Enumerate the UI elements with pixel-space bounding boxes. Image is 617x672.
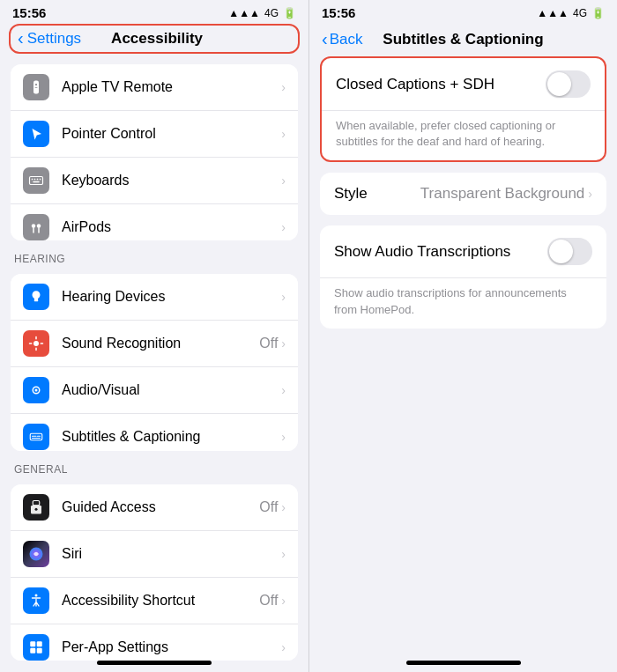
list-item[interactable]: Per-App Settings › [11, 624, 298, 661]
left-status-bar: 15:56 ▲▲▲ 4G 🔋 [0, 0, 308, 24]
sound-recognition-label: Sound Recognition [62, 336, 259, 351]
svg-point-13 [33, 341, 39, 346]
svg-point-22 [35, 508, 38, 511]
audio-visual-label: Audio/Visual [62, 382, 281, 398]
audio-visual-icon [23, 377, 49, 403]
svg-rect-8 [33, 181, 40, 183]
per-app-settings-icon [23, 634, 49, 661]
chevron-icon: › [281, 220, 286, 234]
show-audio-desc: Show audio transcriptions for announceme… [320, 278, 606, 328]
chevron-icon: › [281, 290, 286, 304]
toggle-thumb [549, 240, 573, 263]
show-audio-label: Show Audio Transcriptions [334, 243, 547, 261]
style-label: Style [334, 185, 368, 203]
hearing-devices-icon [23, 284, 49, 310]
left-back-chevron: ‹ [18, 28, 24, 48]
airpods-label: AirPods [62, 219, 281, 235]
guided-access-icon [23, 494, 49, 521]
right-nav-title: Subtitles & Captioning [383, 31, 543, 48]
svg-rect-7 [40, 179, 41, 181]
chevron-icon: › [588, 187, 592, 201]
keyboards-label: Keyboards [62, 173, 281, 188]
right-nav-header: ‹ Back Subtitles & Captioning [309, 24, 617, 56]
accessibility-shortcut-icon [23, 587, 49, 614]
style-value: Transparent Background [368, 185, 585, 203]
per-app-settings-label: Per-App Settings [62, 639, 281, 655]
hearing-section-header: HEARING [0, 240, 308, 269]
svg-rect-25 [30, 641, 35, 646]
apple-tv-remote-label: Apple TV Remote [62, 79, 281, 95]
network-label: 4G [264, 7, 279, 19]
svg-point-1 [35, 84, 37, 85]
right-panel: 15:56 ▲▲▲ 4G 🔋 ‹ Back Subtitles & Captio… [308, 0, 617, 672]
right-time: 15:56 [322, 5, 355, 20]
hearing-devices-label: Hearing Devices [62, 289, 281, 305]
apple-tv-remote-icon [23, 74, 49, 100]
transcription-card: Show Audio Transcriptions Show audio tra… [320, 225, 606, 328]
svg-rect-3 [30, 177, 43, 185]
list-item[interactable]: Keyboards › [11, 158, 298, 204]
list-item[interactable]: AirPods › [11, 204, 298, 240]
right-back-label: Back [330, 31, 363, 48]
list-item[interactable]: Accessibility Shortcut Off › [11, 578, 298, 624]
accessibility-shortcut-value: Off [259, 593, 278, 609]
right-signal-icon: ▲▲▲ [537, 7, 569, 19]
right-home-indicator [406, 661, 521, 665]
show-audio-toggle[interactable] [547, 238, 592, 265]
chevron-icon: › [281, 547, 286, 561]
right-battery-icon: 🔋 [591, 7, 605, 19]
accessibility-shortcut-label: Accessibility Shortcut [62, 593, 259, 609]
right-status-icons: ▲▲▲ 4G 🔋 [537, 7, 605, 19]
list-item[interactable]: Audio/Visual › [11, 367, 298, 414]
list-item[interactable]: Sound Recognition Off › [11, 321, 298, 367]
list-item[interactable]: Apple TV Remote › [11, 64, 298, 111]
list-item[interactable]: Pointer Control › [11, 111, 298, 158]
chevron-icon: › [281, 336, 286, 351]
right-network-label: 4G [573, 7, 587, 19]
hearing-section: Hearing Devices › Sound Recognition Off … [11, 274, 298, 450]
left-time: 15:56 [12, 5, 46, 20]
guided-access-label: Guided Access [62, 499, 259, 515]
list-item[interactable]: Guided Access Off › [11, 484, 298, 531]
svg-rect-26 [37, 641, 42, 646]
toggle-thumb [547, 72, 571, 96]
list-item[interactable]: Hearing Devices › [11, 274, 298, 321]
sound-recognition-value: Off [259, 336, 278, 351]
style-row[interactable]: Style Transparent Background › [320, 173, 606, 215]
subtitles-captioning-label: Subtitles & Captioning [62, 429, 281, 445]
general-section-header: GENERAL [0, 451, 308, 479]
transcription-row: Show Audio Transcriptions [320, 225, 606, 278]
chevron-icon: › [281, 430, 286, 444]
right-content: Closed Captions + SDH When available, pr… [309, 56, 617, 358]
closed-captions-label: Closed Captions + SDH [336, 76, 546, 93]
svg-rect-4 [32, 179, 33, 181]
svg-rect-16 [30, 434, 42, 441]
left-home-indicator [97, 661, 212, 665]
subtitles-captioning-icon [23, 424, 49, 450]
signal-icon: ▲▲▲ [228, 7, 260, 19]
closed-captions-card: Closed Captions + SDH When available, pr… [320, 56, 606, 162]
svg-rect-6 [37, 179, 39, 181]
right-back-button[interactable]: ‹ Back [322, 29, 362, 49]
left-back-label[interactable]: Settings [27, 30, 81, 48]
general-section: Guided Access Off › Siri › Accessibility… [11, 484, 298, 661]
chevron-icon: › [281, 594, 286, 608]
right-status-bar: 15:56 ▲▲▲ 4G 🔋 [309, 0, 617, 24]
siri-label: Siri [62, 546, 281, 562]
list-item[interactable]: Siri › [11, 531, 298, 578]
svg-rect-28 [37, 648, 42, 654]
chevron-icon: › [281, 80, 286, 94]
left-status-icons: ▲▲▲ 4G 🔋 [228, 7, 296, 19]
keyboards-icon [23, 167, 49, 194]
battery-icon: 🔋 [283, 7, 296, 19]
airpods-icon [23, 214, 49, 240]
top-items-section: Apple TV Remote › Pointer Control › Keyb… [11, 64, 298, 240]
left-panel: 15:56 ▲▲▲ 4G 🔋 ‹ Settings Accessibility … [0, 0, 308, 672]
list-item[interactable]: Subtitles & Captioning › [11, 414, 298, 450]
siri-icon [23, 541, 49, 567]
svg-rect-5 [34, 179, 36, 181]
closed-captions-toggle[interactable] [546, 70, 591, 98]
style-card: Style Transparent Background › [320, 173, 606, 215]
left-nav-header: ‹ Settings Accessibility [9, 24, 300, 54]
chevron-icon: › [281, 383, 286, 397]
